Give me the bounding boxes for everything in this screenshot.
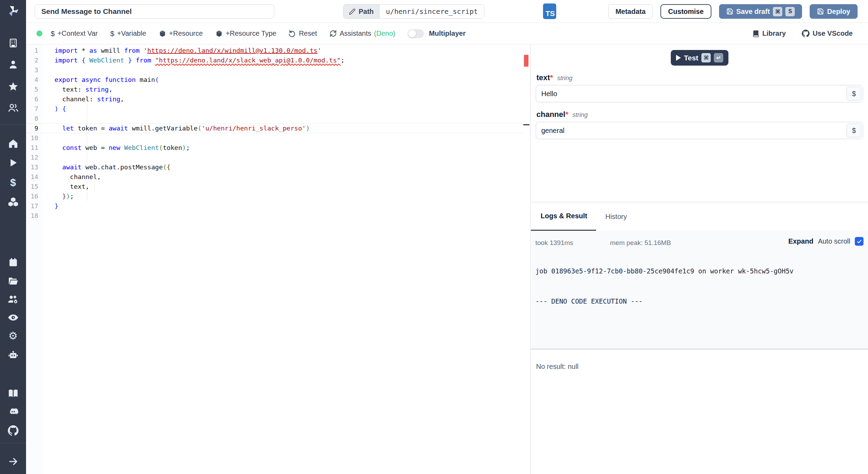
multiplayer-label: Multiplayer	[429, 29, 466, 37]
text-field-input[interactable]	[536, 85, 863, 102]
add-context-var-button[interactable]: $+Context Var	[51, 29, 98, 38]
s-key-badge: S	[785, 7, 795, 16]
test-button[interactable]: Test ⌘ ↵	[671, 50, 728, 66]
path-edit-segment[interactable]: Path	[343, 5, 379, 18]
customise-button[interactable]: Customise	[660, 4, 711, 19]
tab-logs-result[interactable]: Logs & Result	[531, 202, 596, 231]
duration-stat: took 1391ms	[535, 239, 573, 247]
github-icon	[802, 29, 810, 37]
path-label: Path	[359, 8, 374, 16]
sidebar-item-resources[interactable]	[0, 195, 26, 209]
status-dot	[36, 31, 42, 36]
channel-field-input[interactable]	[536, 122, 863, 139]
code-lines: 1import * as wmill from 'https://deno.la…	[26, 46, 523, 221]
assistants-lang: (Deno)	[374, 29, 395, 37]
sidebar-item-favorites[interactable]	[0, 80, 26, 94]
insert-variable-button[interactable]: $	[846, 124, 861, 137]
field-label-channel: channel* string	[536, 110, 862, 119]
no-result-text: No result: null	[536, 363, 578, 370]
library-button[interactable]: Library	[752, 29, 786, 37]
sidebar-item-folders[interactable]	[0, 274, 26, 288]
toggle-knob	[408, 30, 416, 37]
sidebar: $ ⚙	[0, 0, 26, 474]
check-icon	[857, 239, 862, 244]
top-bar: Path u/henri/sincere_script TS Metadata …	[26, 0, 868, 23]
add-resource-button[interactable]: +Resource	[159, 29, 203, 37]
use-vscode-button[interactable]: Use VScode	[802, 29, 853, 37]
sidebar-item-schedules[interactable]	[0, 255, 26, 269]
sidebar-item-runs[interactable]	[0, 156, 26, 170]
sidebar-item-groups[interactable]	[0, 101, 26, 115]
sidebar-item-audit-logs[interactable]	[0, 311, 26, 324]
expand-button[interactable]: Expand	[788, 237, 813, 245]
tab-history[interactable]: History	[596, 202, 636, 231]
cursor-position-marker	[523, 124, 529, 125]
reset-button[interactable]: Reset	[289, 29, 317, 37]
book-icon	[752, 30, 760, 37]
sidebar-item-workers[interactable]	[0, 293, 26, 306]
play-icon	[676, 55, 681, 61]
field-label-text: text* string	[536, 73, 862, 82]
dollar-icon: $	[51, 29, 55, 38]
memory-stat: mem peak: 51.16MB	[610, 239, 671, 247]
dollar-icon: $	[110, 29, 115, 38]
required-asterisk: *	[565, 110, 568, 119]
script-title-input[interactable]	[35, 4, 274, 19]
sidebar-item-user[interactable]	[0, 58, 26, 71]
sidebar-item-docs[interactable]	[0, 387, 26, 400]
save-icon	[726, 8, 733, 15]
insert-variable-button[interactable]: $	[846, 87, 861, 101]
required-asterisk: *	[550, 73, 553, 82]
windmill-logo-icon[interactable]	[0, 4, 26, 18]
pencil-icon	[349, 8, 356, 15]
code-editor[interactable]: 1import * as wmill from 'https://deno.la…	[26, 44, 531, 474]
error-marker	[524, 55, 528, 67]
sidebar-item-ai-bot[interactable]	[0, 348, 26, 362]
typescript-badge: TS	[543, 3, 556, 19]
sidebar-expand-arrow-icon[interactable]	[0, 455, 26, 468]
sidebar-item-github[interactable]	[0, 424, 26, 438]
package-icon	[159, 30, 166, 37]
rotate-ccw-icon	[289, 30, 296, 37]
cmd-key-badge: ⌘	[773, 7, 782, 16]
save-draft-button[interactable]: Save draft ⌘ S	[719, 4, 802, 19]
add-variable-button[interactable]: $+Variable	[110, 29, 146, 38]
preview-panel: Test ⌘ ↵ text* string $ channel* string …	[531, 44, 868, 474]
result-area: No result: null	[531, 349, 868, 474]
log-output-area: took 1391ms mem peak: 51.16MB Expand Aut…	[531, 231, 868, 349]
cmd-key-badge: ⌘	[701, 53, 711, 62]
save-icon	[817, 8, 824, 15]
metadata-button[interactable]: Metadata	[608, 4, 653, 19]
package-icon	[215, 30, 223, 37]
multiplayer-toggle[interactable]	[408, 29, 424, 38]
autoscroll-checkbox[interactable]	[855, 237, 863, 246]
field-type: string	[573, 111, 588, 119]
add-resource-type-button[interactable]: +Resource Type	[215, 29, 276, 37]
log-text: job 018963e5-9f12-7cb0-bb80-25ce904fe1c9…	[535, 266, 868, 306]
sidebar-item-discord[interactable]	[0, 405, 26, 418]
sidebar-divider	[0, 125, 26, 125]
sidebar-item-workspace[interactable]	[0, 36, 26, 50]
sidebar-divider-bottom	[0, 443, 26, 443]
path-value[interactable]: u/henri/sincere_script	[379, 5, 484, 18]
logs-tabs: Logs & Result History	[531, 202, 868, 231]
deploy-button[interactable]: Deploy	[810, 4, 858, 19]
sidebar-item-settings[interactable]: ⚙	[0, 329, 26, 343]
field-type: string	[557, 75, 573, 82]
editor-toolbar: $+Context Var $+Variable +Resource +Reso…	[26, 23, 868, 44]
enter-key-badge: ↵	[714, 53, 723, 62]
autoscroll-label: Auto scroll	[818, 237, 850, 245]
refresh-icon	[329, 30, 337, 37]
log-stats-row: took 1391ms mem peak: 51.16MB Expand Aut…	[531, 231, 868, 256]
sidebar-item-variables[interactable]: $	[0, 176, 26, 189]
logs-section: Logs & Result History took 1391ms mem pe…	[531, 202, 868, 474]
assistants-button[interactable]: Assistants (Deno)	[329, 29, 395, 37]
path-chip[interactable]: Path u/henri/sincere_script	[343, 4, 484, 19]
sidebar-item-home[interactable]	[0, 137, 26, 151]
